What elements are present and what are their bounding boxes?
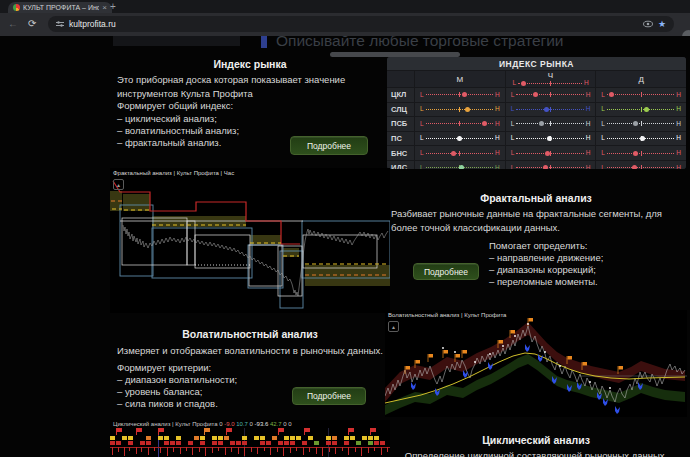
- market-index-description: Это приборная доска которая показывает з…: [117, 73, 379, 102]
- address-bar[interactable]: kultprofita.ru ★: [48, 16, 674, 32]
- heat-square: [212, 436, 217, 440]
- range-indicator: LH: [511, 106, 591, 113]
- heat-square: [116, 441, 121, 445]
- heat-square: [242, 441, 247, 445]
- tick-mark: [270, 447, 271, 455]
- panel-col-d: Д: [595, 71, 686, 87]
- chart-collapse-icon[interactable]: ▴: [388, 321, 399, 332]
- eye-icon[interactable]: [643, 20, 653, 28]
- heat-square: [176, 441, 181, 445]
- heat-square: [260, 441, 265, 445]
- range-indicator: LH: [601, 120, 681, 127]
- tick-mark: [186, 447, 187, 451]
- tick-mark: [124, 447, 125, 456]
- hero-accent-mark: [261, 36, 267, 48]
- heat-square: [194, 436, 199, 440]
- tick-mark: [141, 447, 142, 452]
- cyclic-description: Определение цикличной составляющей рыноч…: [389, 449, 683, 457]
- table-row: ИДСLHLHLH: [387, 161, 686, 169]
- section-title-fractal: Фрактальный анализ: [389, 192, 683, 204]
- table-row: БНСLHLHLH: [387, 146, 686, 161]
- fractal-details-button[interactable]: Подробнее: [413, 263, 479, 280]
- refresh-icon[interactable]: ⟳: [28, 18, 36, 29]
- browser-tab[interactable]: КУЛЬТ ПРОФИТА – Информ... ×: [8, 2, 112, 13]
- heat-square: [284, 441, 289, 445]
- url-text: kultprofita.ru: [69, 19, 116, 29]
- heat-square: [140, 441, 145, 445]
- heat-square: [260, 436, 265, 440]
- heat-square: [230, 441, 235, 445]
- heat-square: [110, 436, 115, 440]
- tick-mark: [199, 447, 200, 452]
- tick-mark: [225, 447, 226, 455]
- tick-mark: [212, 447, 213, 453]
- fractal-description: Разбивает рыночные данные на фрактальные…: [391, 207, 683, 236]
- heat-square: [224, 436, 229, 440]
- tab-bar: КУЛЬТ ПРОФИТА – Информ... × +: [0, 0, 690, 13]
- volatility-details-button[interactable]: Подробнее: [292, 387, 366, 405]
- heat-square: [212, 441, 217, 445]
- tick-mark: [118, 447, 119, 452]
- browser-toolbar: ← ⟳ kultprofita.ru ★: [0, 13, 690, 36]
- heat-square: [218, 441, 223, 445]
- tick-mark: [129, 447, 130, 451]
- heat-square: [314, 441, 319, 445]
- heat-square: [362, 436, 367, 440]
- panel-title: ИНДЕКС РЫНКА: [387, 57, 686, 71]
- browser-window: КУЛЬТ ПРОФИТА – Информ... × + ← ⟳ kultpr…: [0, 0, 690, 457]
- list-item: – сила пиков и спадов.: [117, 397, 218, 411]
- range-indicator: LH: [420, 150, 500, 157]
- heat-square: [176, 436, 181, 440]
- index-panel-header-slider: LH: [512, 80, 588, 87]
- heat-square: [128, 441, 133, 445]
- index-panel-body: ЦКЛLHLHLHСЛЦLHLHLHПСБLHLHLHПСLHLHLHБНСLH…: [387, 88, 686, 169]
- market-index-details-button[interactable]: Подробнее: [290, 136, 368, 155]
- bookmark-star-icon[interactable]: ★: [658, 20, 666, 29]
- range-indicator: LH: [601, 164, 681, 169]
- back-icon[interactable]: ←: [8, 18, 18, 29]
- chart-collapse-icon[interactable]: ▴: [113, 179, 124, 190]
- tick-mark: [316, 447, 317, 454]
- tick-mark: [355, 447, 356, 452]
- heat-square: [296, 436, 301, 440]
- tick-mark: [335, 447, 336, 454]
- tab-close-icon[interactable]: ×: [102, 4, 107, 12]
- heat-square: [374, 436, 379, 440]
- flag-icon: [370, 428, 371, 435]
- tick-mark: [231, 447, 232, 452]
- heat-square: [266, 441, 271, 445]
- heat-square: [218, 436, 223, 440]
- new-tab-button[interactable]: +: [110, 1, 116, 12]
- tick-mark: [264, 447, 265, 451]
- flag-icon: [348, 428, 349, 435]
- range-indicator: LH: [512, 80, 588, 87]
- tick-mark: [374, 447, 375, 451]
- tick-mark: [283, 447, 284, 456]
- tick-mark: [238, 447, 239, 454]
- volatility-chart-canvas: [385, 310, 687, 417]
- heat-square: [200, 441, 205, 445]
- range-indicator: LH: [601, 135, 681, 142]
- heat-square: [368, 441, 373, 445]
- table-row: СЛЦLHLHLH: [387, 103, 686, 118]
- flag-icon: [136, 428, 137, 435]
- tick-mark: [277, 447, 278, 452]
- section-title-cyclic: Циклический анализ: [389, 434, 683, 446]
- tick-mark: [361, 447, 362, 456]
- flag-icon: [204, 428, 205, 435]
- table-row: ЦКЛLHLHLH: [387, 88, 686, 103]
- market-index-panel: ИНДЕКС РЫНКА М Ч LH Д ЦКЛLHLHLHСЛЦLHLHLH…: [387, 57, 686, 169]
- tick-mark: [368, 447, 369, 453]
- panel-col-ch: Ч LH: [505, 71, 596, 87]
- fractal-chart-canvas: [110, 168, 390, 313]
- list-item: – переломные моменты.: [489, 275, 598, 289]
- tick-mark: [322, 447, 323, 456]
- tick-mark: [348, 447, 349, 455]
- tick-mark: [160, 447, 161, 453]
- tick-mark: [303, 447, 304, 455]
- heat-square: [122, 436, 127, 440]
- range-indicator: LH: [420, 120, 500, 127]
- heat-square: [164, 436, 169, 440]
- heat-square: [242, 436, 247, 440]
- heat-square: [290, 441, 295, 445]
